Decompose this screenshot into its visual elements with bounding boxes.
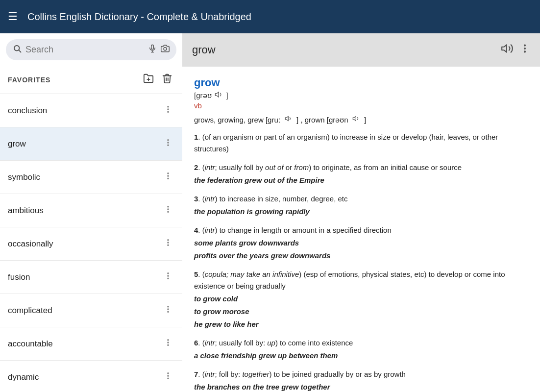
svg-marker-44 [353, 116, 356, 121]
favorites-header: FAVORITES [0, 66, 182, 94]
app-header: ☰ Collins English Dictionary - Complete … [0, 0, 540, 33]
definition-entry-4: 4. (intr) to change in length or amount … [194, 224, 528, 262]
svg-point-11 [168, 140, 169, 141]
word-list-item[interactable]: symbolic [0, 161, 182, 194]
svg-point-34 [168, 378, 169, 379]
word-item-label: grow [8, 139, 162, 149]
word-item-menu-icon[interactable] [162, 303, 174, 318]
svg-point-19 [168, 211, 169, 212]
svg-point-12 [168, 142, 169, 143]
word-item-menu-icon[interactable] [162, 136, 174, 151]
word-item-label: fusion [8, 272, 162, 282]
svg-point-18 [168, 209, 169, 210]
definition-forms: grows, growing, grew [gruː ] , grown [gr… [194, 115, 528, 124]
forms-audio-icon[interactable] [285, 116, 295, 124]
svg-point-30 [168, 342, 169, 343]
word-item-label: occasionally [8, 239, 162, 249]
app-title: Collins English Dictionary - Complete & … [27, 11, 251, 23]
word-item-menu-icon[interactable] [162, 170, 174, 185]
word-item-menu-icon[interactable] [162, 369, 174, 385]
word-item-menu-icon[interactable] [162, 236, 174, 251]
definition-header-word: grow [192, 44, 501, 56]
svg-point-17 [168, 206, 169, 207]
svg-point-9 [168, 109, 169, 110]
svg-point-13 [168, 145, 169, 146]
forms-grown-audio-icon[interactable] [352, 116, 362, 124]
word-item-label: symbolic [8, 172, 162, 182]
svg-point-27 [168, 309, 169, 310]
svg-point-23 [168, 273, 169, 274]
favorites-delete-button[interactable] [160, 71, 174, 89]
forms-grown-close: ] [364, 116, 366, 124]
word-list-item[interactable]: dynamic [0, 361, 182, 392]
definition-header: grow [182, 33, 540, 67]
forms-separator: ] , grown [grəʊn [296, 116, 348, 124]
pronunciation-audio-icon[interactable] [215, 90, 223, 100]
definition-pos: vb [194, 101, 528, 110]
svg-marker-38 [502, 45, 507, 52]
forms-text: grows, growing, grew [gruː [194, 116, 281, 124]
pronunciation-text: [grəʊ [194, 91, 212, 100]
favorites-add-button[interactable] [141, 71, 156, 89]
definition-entry-1: 1. (of an organism or part of an organis… [194, 131, 528, 155]
definition-entry-5: 5. (copula; may take an infinitive) (esp… [194, 269, 528, 330]
svg-point-8 [168, 106, 169, 107]
svg-marker-42 [215, 92, 219, 98]
svg-rect-2 [151, 45, 154, 49]
main-content: FAVORITES conclusion [0, 33, 540, 392]
word-list-item[interactable]: occasionally [0, 227, 182, 261]
definition-entry-7: 7. (intr; foll by: together) to be joine… [194, 368, 528, 392]
svg-point-32 [168, 373, 169, 374]
svg-point-16 [168, 178, 169, 179]
search-icon [13, 44, 22, 55]
word-item-label: accountable [8, 339, 162, 349]
definition-area: grow [grəʊ ] vb grows, growing, grew [gr… [182, 67, 540, 392]
svg-marker-43 [285, 116, 288, 121]
word-list-item[interactable]: fusion [0, 261, 182, 294]
search-input[interactable] [25, 45, 144, 55]
word-list-item[interactable]: grow [0, 127, 182, 161]
svg-point-26 [168, 306, 169, 307]
svg-point-5 [164, 48, 167, 50]
word-item-label: conclusion [8, 106, 162, 116]
word-list-item[interactable]: complicated [0, 294, 182, 327]
definition-pronunciation: [grəʊ ] [194, 90, 528, 100]
svg-point-20 [168, 240, 169, 241]
sidebar: FAVORITES conclusion [0, 33, 182, 392]
definition-word-title: grow [194, 76, 528, 89]
svg-point-40 [524, 48, 525, 49]
word-item-menu-icon[interactable] [162, 336, 174, 351]
definition-entry-6: 6. (intr; usually foll by: up) to come i… [194, 337, 528, 362]
svg-point-15 [168, 175, 169, 176]
svg-point-10 [168, 111, 169, 112]
word-item-menu-icon[interactable] [162, 270, 174, 285]
pronunciation-bracket-close: ] [226, 91, 228, 99]
word-item-label: complicated [8, 306, 162, 316]
more-options-button[interactable] [519, 43, 530, 57]
mic-icon[interactable] [148, 44, 157, 55]
camera-icon[interactable] [161, 44, 170, 55]
word-item-label: dynamic [8, 372, 162, 382]
svg-point-29 [168, 340, 169, 341]
svg-point-21 [168, 242, 169, 243]
speaker-button[interactable] [501, 42, 514, 58]
svg-point-28 [168, 311, 169, 312]
word-item-menu-icon[interactable] [162, 103, 174, 118]
svg-line-1 [19, 50, 21, 52]
svg-point-24 [168, 275, 169, 276]
definition-entry-3: 3. (intr) to increase in size, number, d… [194, 193, 528, 218]
svg-point-14 [168, 173, 169, 174]
word-item-label: ambitious [8, 206, 162, 216]
svg-point-25 [168, 278, 169, 279]
word-list-item[interactable]: ambitious [0, 194, 182, 227]
right-panel: grow grow [grəʊ [182, 33, 540, 392]
search-bar [6, 39, 176, 60]
word-list-item[interactable]: accountable [0, 327, 182, 361]
svg-point-33 [168, 375, 169, 376]
definition-entry-2: 2. (intr; usually foll by out of or from… [194, 162, 528, 186]
word-item-menu-icon[interactable] [162, 203, 174, 218]
hamburger-icon[interactable]: ☰ [8, 10, 18, 23]
word-list: conclusion grow symbolic [0, 94, 182, 392]
svg-point-39 [524, 45, 525, 46]
word-list-item[interactable]: conclusion [0, 94, 182, 127]
